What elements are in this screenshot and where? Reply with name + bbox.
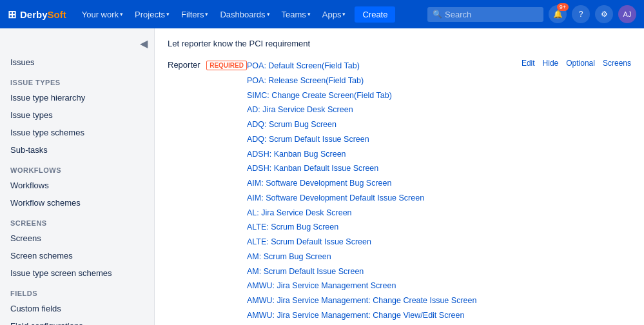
screen-item[interactable]: AMWU: Jira Service Management: Change Vi… bbox=[247, 308, 631, 323]
sidebar-section-fields: FIELDS Custom fields Field configuration… bbox=[0, 282, 154, 325]
screen-actions: Edit Hide Optional Screens bbox=[522, 59, 631, 68]
chevron-down-icon: ▾ bbox=[166, 11, 170, 17]
screen-item[interactable]: AL: Jira Service Desk Screen bbox=[247, 206, 631, 221]
sidebar-section-workflows: WORKFLOWS Workflows Workflow schemes bbox=[0, 159, 154, 212]
optional-action[interactable]: Optional bbox=[566, 59, 595, 68]
screens-panel: POA: Default Screen(Field Tab) POA: Rele… bbox=[247, 59, 631, 325]
main-content: Let reporter know the PCI requirement Re… bbox=[155, 28, 644, 325]
chevron-down-icon: ▾ bbox=[120, 11, 123, 17]
search-icon: 🔍 bbox=[433, 10, 442, 19]
logo[interactable]: ⊞ DerbySoft bbox=[8, 8, 66, 21]
screen-item[interactable]: AIM: Software Development Bug Screen bbox=[247, 176, 631, 191]
gear-icon: ⚙ bbox=[601, 10, 608, 19]
sidebar-section-issue-types: ISSUE TYPES Issue type hierarchy Issue t… bbox=[0, 71, 154, 159]
chevron-down-icon: ▾ bbox=[267, 11, 270, 17]
screen-item[interactable]: AD: Jira Service Desk Screen bbox=[247, 103, 631, 117]
nav-links: Your work ▾ Projects ▾ Filters ▾ Dashboa… bbox=[77, 6, 396, 23]
nav-apps[interactable]: Apps ▾ bbox=[317, 7, 351, 22]
sidebar-item-field-configurations[interactable]: Field configurations bbox=[0, 317, 154, 325]
sidebar-item-workflow-schemes[interactable]: Workflow schemes bbox=[0, 194, 154, 212]
collapse-sidebar-button[interactable]: ◀ bbox=[139, 36, 149, 51]
bell-icon: 🔔 bbox=[553, 10, 563, 19]
sidebar-section-header-issue-types: ISSUE TYPES bbox=[0, 71, 154, 89]
sidebar-item-screen-schemes[interactable]: Screen schemes bbox=[0, 247, 154, 264]
screen-item[interactable]: SIMC: Change Create Screen(Field Tab) bbox=[247, 88, 392, 103]
sidebar-section-header-screens: SCREENS bbox=[0, 212, 154, 230]
screen-item[interactable]: ADSH: Kanban Default Issue Screen bbox=[247, 161, 631, 176]
top-screens-list: POA: Default Screen(Field Tab) POA: Rele… bbox=[247, 59, 392, 103]
nav-filters[interactable]: Filters ▾ bbox=[176, 7, 213, 22]
sidebar-collapse-control: ◀ bbox=[0, 36, 154, 54]
nav-right: 🔍 Search 🔔 9+ ? ⚙ AJ bbox=[427, 5, 636, 23]
nav-your-work[interactable]: Your work ▾ bbox=[77, 7, 128, 22]
sidebar-item-screens[interactable]: Screens bbox=[0, 230, 154, 247]
hide-action[interactable]: Hide bbox=[543, 59, 559, 68]
sidebar-item-issues[interactable]: Issues bbox=[0, 54, 154, 71]
screen-item[interactable]: POA: Release Screen(Field Tab) bbox=[247, 74, 392, 88]
sidebar-item-workflows[interactable]: Workflows bbox=[0, 177, 154, 194]
screen-item[interactable]: ADSH: Kanban Bug Screen bbox=[247, 147, 631, 162]
settings-button[interactable]: ⚙ bbox=[595, 5, 613, 23]
sidebar-item-sub-tasks[interactable]: Sub-tasks bbox=[0, 141, 154, 159]
top-screens-row: POA: Default Screen(Field Tab) POA: Rele… bbox=[247, 59, 631, 103]
screen-item[interactable]: AM: Scrum Default Issue Screen bbox=[247, 264, 631, 279]
sidebar-section-screens: SCREENS Screens Screen schemes Issue typ… bbox=[0, 212, 154, 282]
sidebar-item-custom-fields[interactable]: Custom fields bbox=[0, 300, 154, 317]
search-box[interactable]: 🔍 Search bbox=[427, 7, 543, 22]
help-button[interactable]: ? bbox=[572, 5, 590, 23]
screen-item[interactable]: AMWU: Jira Service Management: Change Cr… bbox=[247, 293, 631, 308]
chevron-left-icon: ◀ bbox=[140, 38, 148, 49]
edit-action[interactable]: Edit bbox=[522, 59, 535, 68]
screen-item[interactable]: ADQ: Scrum Default Issue Screen bbox=[247, 132, 631, 147]
sidebar-item-issue-type-schemes[interactable]: Issue type schemes bbox=[0, 124, 154, 141]
chevron-down-icon: ▾ bbox=[205, 11, 208, 17]
required-badge: REQUIRED bbox=[206, 61, 247, 70]
notifications-button[interactable]: 🔔 9+ bbox=[549, 5, 567, 23]
screen-item[interactable]: AIM: Software Development Default Issue … bbox=[247, 191, 631, 206]
sidebar-item-label: Issues bbox=[10, 57, 35, 67]
search-placeholder: Search bbox=[445, 10, 471, 19]
chevron-down-icon: ▾ bbox=[342, 11, 346, 17]
help-icon: ? bbox=[579, 10, 583, 19]
reporter-label: Reporter REQUIRED bbox=[168, 59, 247, 70]
screen-item[interactable]: POA: Default Screen(Field Tab) bbox=[247, 59, 392, 74]
grid-icon: ⊞ bbox=[8, 8, 16, 21]
screen-item[interactable]: AM: Scrum Bug Screen bbox=[247, 250, 631, 264]
screen-item[interactable]: AMWU: Jira Service Management: Incident … bbox=[247, 323, 631, 326]
top-navigation: ⊞ DerbySoft Your work ▾ Projects ▾ Filte… bbox=[0, 0, 644, 28]
nav-projects[interactable]: Projects ▾ bbox=[130, 7, 175, 22]
sidebar: ◀ Issues ISSUE TYPES Issue type hierarch… bbox=[0, 28, 155, 325]
screens-list: AD: Jira Service Desk ScreenADQ: Scrum B… bbox=[247, 103, 631, 325]
logo-text: DerbySoft bbox=[20, 9, 66, 20]
pci-note: Let reporter know the PCI requirement bbox=[168, 39, 631, 48]
chevron-down-icon: ▾ bbox=[307, 11, 311, 17]
sidebar-item-issue-types[interactable]: Issue types bbox=[0, 106, 154, 124]
screen-item[interactable]: ALTE: Scrum Bug Screen bbox=[247, 220, 631, 235]
sidebar-item-issue-type-hierarchy[interactable]: Issue type hierarchy bbox=[0, 89, 154, 106]
screens-action[interactable]: Screens bbox=[603, 59, 631, 68]
nav-teams[interactable]: Teams ▾ bbox=[277, 7, 316, 22]
page-layout: ◀ Issues ISSUE TYPES Issue type hierarch… bbox=[0, 0, 644, 325]
screen-item[interactable]: ALTE: Scrum Default Issue Screen bbox=[247, 235, 631, 250]
sidebar-section-header-workflows: WORKFLOWS bbox=[0, 159, 154, 177]
notification-badge: 9+ bbox=[557, 3, 569, 11]
avatar[interactable]: AJ bbox=[618, 5, 636, 23]
sidebar-section-header-fields: FIELDS bbox=[0, 282, 154, 300]
reporter-row: Reporter REQUIRED POA: Default Screen(Fi… bbox=[168, 54, 631, 325]
create-button[interactable]: Create bbox=[355, 6, 395, 23]
screen-item[interactable]: AMWU: Jira Service Management Screen bbox=[247, 279, 631, 293]
nav-dashboards[interactable]: Dashboards ▾ bbox=[215, 7, 275, 22]
screen-item[interactable]: ADQ: Scrum Bug Screen bbox=[247, 117, 631, 132]
sidebar-item-issue-type-screen-schemes[interactable]: Issue type screen schemes bbox=[0, 264, 154, 282]
